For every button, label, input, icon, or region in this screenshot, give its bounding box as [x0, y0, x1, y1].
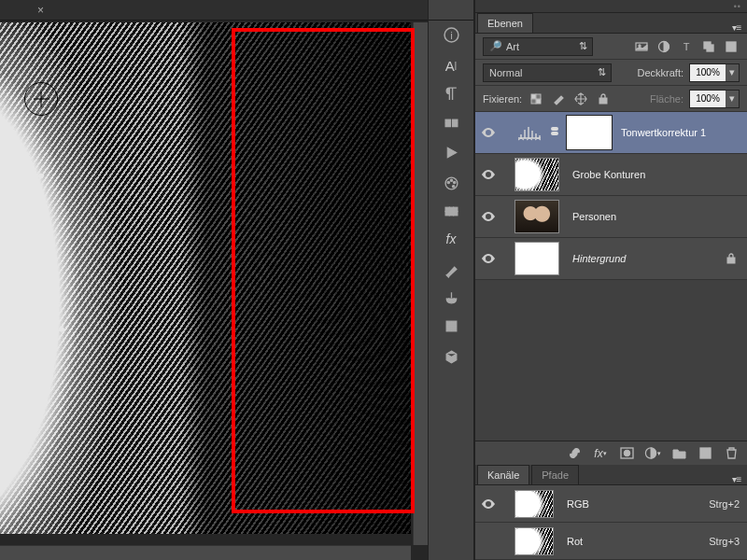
adjustment-levels-icon [511, 123, 548, 142]
layer-style-icon[interactable]: fx▾ [592, 445, 609, 462]
paragraph-panel-icon[interactable] [429, 79, 473, 107]
panel-grip-icon: •• [734, 2, 741, 11]
svg-rect-33 [727, 258, 735, 263]
add-mask-icon[interactable] [618, 445, 635, 462]
svg-rect-28 [531, 94, 536, 99]
lock-pixels-icon[interactable] [550, 91, 567, 107]
svg-rect-27 [729, 44, 734, 49]
blend-mode-select[interactable]: Normal ⇅ [483, 63, 612, 82]
channel-shortcut: Strg+3 [709, 536, 740, 547]
layer-row[interactable]: Personen [475, 196, 747, 238]
layers-footer: fx▾ ▾ [475, 441, 747, 465]
opacity-field[interactable]: 100%▾ [689, 63, 740, 82]
lock-transparency-icon[interactable] [528, 91, 544, 107]
svg-rect-16 [453, 211, 457, 215]
svg-rect-3 [445, 123, 450, 126]
layers-list: Tonwertkorrektur 1 Grobe Konturen Person… [475, 112, 747, 280]
layer-row[interactable]: Tonwertkorrektur 1 [475, 112, 747, 154]
svg-rect-14 [445, 211, 449, 215]
svg-rect-31 [531, 99, 536, 104]
svg-text:i: i [450, 28, 453, 40]
close-tab-icon[interactable]: × [37, 4, 44, 17]
channel-shortcut: Strg+2 [709, 498, 740, 510]
filter-shape-icon[interactable] [700, 38, 717, 55]
chevron-updown-icon: ⇅ [596, 67, 607, 78]
swatches-panel-icon[interactable] [429, 197, 473, 225]
visibility-toggle[interactable] [475, 254, 501, 263]
svg-rect-4 [452, 119, 457, 122]
svg-rect-5 [452, 123, 457, 126]
svg-rect-25 [707, 45, 713, 51]
panel-menu-icon[interactable]: ▾≡ [726, 22, 747, 33]
layer-row[interactable]: Hintergrund [475, 238, 747, 280]
svg-point-8 [450, 179, 453, 182]
layer-name[interactable]: Personen [572, 211, 616, 222]
visibility-toggle[interactable] [475, 212, 501, 221]
mask-link-icon[interactable] [548, 126, 561, 139]
visibility-toggle[interactable] [475, 170, 501, 179]
svg-text:T: T [684, 41, 690, 52]
tab-layers[interactable]: Ebenen [477, 13, 533, 33]
info-panel-icon[interactable]: i [429, 21, 473, 49]
document-canvas[interactable] [0, 21, 428, 560]
layer-row[interactable]: Grobe Konturen [475, 154, 747, 196]
channel-row[interactable]: Rot Strg+3 [475, 523, 747, 560]
lock-icon [723, 250, 740, 267]
vertical-scrollbar[interactable] [413, 22, 428, 545]
brush-cursor-icon [24, 82, 58, 116]
layer-mask-thumb[interactable] [567, 116, 612, 149]
delete-layer-icon[interactable] [723, 445, 740, 462]
brushes-panel-icon[interactable] [429, 256, 473, 284]
horizontal-scrollbar[interactable] [0, 545, 411, 560]
color-panel-icon[interactable] [429, 169, 473, 197]
lock-all-icon[interactable] [595, 91, 612, 107]
collapsed-panel-dock[interactable]: i A| fx [428, 0, 474, 560]
layer-name[interactable]: Grobe Konturen [572, 169, 645, 180]
channel-name[interactable]: RGB [567, 498, 589, 510]
visibility-toggle[interactable] [475, 128, 501, 137]
brush-presets-panel-icon[interactable] [429, 284, 473, 312]
new-group-icon[interactable] [670, 445, 687, 462]
filter-pixel-icon[interactable] [633, 38, 650, 55]
visibility-toggle[interactable] [475, 499, 501, 509]
lock-label: Fixieren: [483, 93, 522, 105]
channel-thumb[interactable] [514, 527, 554, 555]
styles-panel-icon[interactable]: fx [429, 225, 473, 253]
panel-menu-icon[interactable]: ▾≡ [726, 474, 747, 484]
new-layer-icon[interactable] [697, 445, 713, 462]
svg-rect-37 [700, 448, 711, 458]
channel-row[interactable]: RGB Strg+2 [475, 485, 747, 523]
layer-thumb[interactable] [514, 158, 559, 191]
tab-channels[interactable]: Kanäle [477, 465, 529, 484]
layer-name[interactable]: Tonwertkorrektur 1 [621, 127, 706, 138]
channel-name[interactable]: Rot [567, 536, 583, 547]
lock-position-icon[interactable] [572, 91, 589, 107]
tab-paths[interactable]: Pfade [531, 465, 579, 484]
filter-smart-icon[interactable] [723, 38, 740, 55]
layer-thumb[interactable] [514, 242, 559, 275]
svg-rect-30 [536, 94, 541, 99]
tool-presets-panel-icon[interactable] [429, 312, 473, 340]
svg-rect-2 [445, 119, 450, 122]
fill-field[interactable]: 100%▾ [689, 90, 740, 108]
link-layers-icon[interactable] [566, 445, 583, 462]
svg-point-7 [447, 181, 450, 184]
chevron-updown-icon: ⇅ [577, 41, 588, 52]
history-panel-icon[interactable] [429, 110, 473, 138]
new-adjustment-icon[interactable]: ▾ [644, 445, 661, 462]
svg-point-10 [452, 185, 455, 188]
layer-thumb[interactable] [514, 200, 559, 233]
layer-name[interactable]: Hintergrund [572, 253, 626, 264]
svg-point-35 [624, 450, 630, 456]
character-panel-icon[interactable]: A| [429, 51, 473, 79]
fill-label: Fläche: [650, 93, 684, 105]
3d-panel-icon[interactable] [429, 343, 473, 371]
channel-thumb[interactable] [514, 490, 554, 518]
filter-type-icon[interactable]: T [678, 38, 695, 55]
opacity-label: Deckkraft: [637, 67, 684, 78]
filter-adjustment-icon[interactable] [655, 38, 672, 55]
channels-list: RGB Strg+2 Rot Strg+3 [475, 485, 747, 560]
svg-rect-15 [449, 211, 453, 215]
layer-filter-select[interactable]: 🔎 Art ⇅ [483, 37, 593, 56]
actions-panel-icon[interactable] [429, 138, 473, 166]
